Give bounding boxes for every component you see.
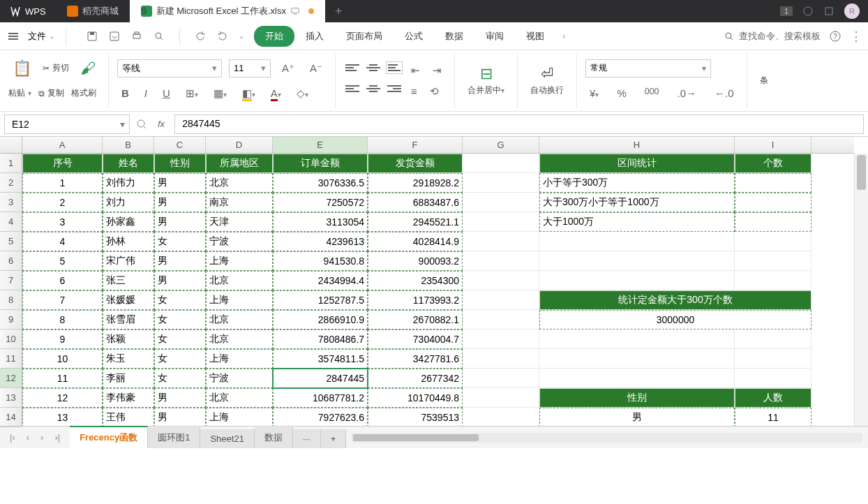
cell[interactable]	[463, 193, 539, 212]
cell[interactable]: 南京	[206, 193, 273, 212]
col-header-A[interactable]: A	[22, 137, 103, 153]
cell[interactable]: 男	[154, 388, 206, 408]
cell[interactable]: 男	[539, 408, 735, 426]
align-bottom-button[interactable]	[386, 61, 403, 74]
row-header-5[interactable]: 5	[0, 232, 22, 251]
cell[interactable]: 7	[22, 290, 103, 310]
cell[interactable]	[463, 154, 539, 173]
cell[interactable]: 宁波	[206, 369, 273, 388]
col-header-E[interactable]: E	[273, 137, 368, 153]
cell[interactable]	[463, 408, 539, 426]
cell[interactable]	[539, 329, 735, 349]
fx-icon[interactable]: fx	[154, 119, 169, 129]
cell[interactable]: 女	[154, 329, 206, 349]
name-box[interactable]: E12	[4, 114, 130, 134]
cell[interactable]: 上海	[206, 290, 273, 310]
cell[interactable]: 北京	[206, 329, 273, 349]
cell[interactable]: 孙家鑫	[103, 212, 154, 232]
cell[interactable]: 人数	[735, 388, 811, 408]
cell[interactable]	[735, 193, 811, 212]
col-header-F[interactable]: F	[368, 137, 463, 153]
scroll-thumb[interactable]	[857, 155, 866, 190]
cell-style-button[interactable]: ▦▾	[209, 84, 231, 103]
cell[interactable]: 男	[154, 173, 206, 193]
cell[interactable]: 900093.2	[368, 251, 463, 271]
font-name-select[interactable]: 等线	[117, 59, 222, 77]
cell[interactable]: 2677342	[368, 369, 463, 388]
cell[interactable]: 1252787.5	[273, 290, 368, 310]
cell[interactable]: 宋广伟	[103, 251, 154, 271]
row-header-13[interactable]: 13	[0, 388, 22, 408]
cell[interactable]	[539, 349, 735, 369]
decrease-decimal-button[interactable]: ←.0	[710, 84, 738, 102]
cell[interactable]: 3574811.5	[273, 349, 368, 369]
cell[interactable]	[735, 251, 811, 271]
cell[interactable]: 发货金额	[368, 154, 463, 173]
cell[interactable]: 10	[22, 349, 103, 369]
cell[interactable]: 孙林	[103, 232, 154, 251]
print-preview-icon[interactable]	[153, 30, 165, 43]
cell[interactable]: 天津	[206, 212, 273, 232]
copy-button[interactable]: ⧉ 复制	[38, 87, 64, 99]
cell[interactable]: 小于等于300万	[539, 173, 735, 193]
cell[interactable]	[735, 232, 811, 251]
cell[interactable]	[735, 173, 811, 193]
cell[interactable]: 3	[22, 212, 103, 232]
save-as-icon[interactable]	[108, 30, 121, 43]
paste-label[interactable]: 粘贴▾	[8, 87, 31, 99]
cell[interactable]: 所属地区	[206, 154, 273, 173]
cell[interactable]	[463, 310, 539, 329]
row-header-10[interactable]: 10	[0, 329, 22, 349]
cell[interactable]: 女	[154, 290, 206, 310]
cell[interactable]	[463, 290, 539, 310]
cell[interactable]	[463, 349, 539, 369]
cell[interactable]: 女	[154, 232, 206, 251]
tab-formula[interactable]: 公式	[394, 26, 434, 47]
cell[interactable]	[735, 271, 811, 290]
more-icon[interactable]: ⋮	[850, 29, 862, 44]
tab-layout[interactable]: 页面布局	[335, 26, 394, 47]
indent-right-button[interactable]: ⇥	[428, 61, 446, 80]
justify-button[interactable]: ≡	[407, 82, 421, 101]
tab-review[interactable]: 审阅	[474, 26, 515, 47]
cell[interactable]	[735, 212, 811, 232]
increase-font-icon[interactable]: A⁺	[278, 59, 299, 77]
cell[interactable]: 朱玉	[103, 349, 154, 369]
cell[interactable]: 2434994.4	[273, 271, 368, 290]
row-header-4[interactable]: 4	[0, 212, 22, 232]
col-header-D[interactable]: D	[206, 137, 273, 153]
col-header-C[interactable]: C	[154, 137, 206, 153]
increase-decimal-button[interactable]: .0→	[673, 84, 701, 102]
cell[interactable]	[463, 173, 539, 193]
row-header-7[interactable]: 7	[0, 271, 22, 290]
cell[interactable]: 男	[154, 193, 206, 212]
cell[interactable]: 11	[22, 369, 103, 388]
cell[interactable]: 2918928.2	[368, 173, 463, 193]
tab-spreadsheet[interactable]: S 新建 Microsoft Excel 工作表.xlsx	[130, 0, 325, 22]
underline-button[interactable]: U	[158, 84, 174, 102]
cell[interactable]: 7808486.7	[273, 329, 368, 349]
cell[interactable]: 3000000	[539, 310, 811, 329]
notification-badge[interactable]: 1	[780, 6, 793, 16]
font-color-button[interactable]: A▾	[267, 84, 285, 102]
help-icon[interactable]: ?	[829, 30, 841, 43]
italic-button[interactable]: I	[140, 84, 151, 102]
sheet-tab-data[interactable]: 数据	[255, 427, 293, 448]
format-painter-button[interactable]: 🖌	[76, 57, 100, 80]
number-format-select[interactable]: 常规	[585, 59, 711, 77]
undo-icon[interactable]	[194, 30, 207, 43]
bold-button[interactable]: B	[117, 84, 133, 102]
cell[interactable]: 张颖	[103, 329, 154, 349]
cell[interactable]: 北京	[206, 388, 273, 408]
cell[interactable]: 3113054	[273, 212, 368, 232]
percent-button[interactable]: %	[613, 84, 630, 102]
cell[interactable]: 10170449.8	[368, 388, 463, 408]
h-scroll-thumb[interactable]	[353, 434, 479, 441]
cell[interactable]	[735, 329, 811, 349]
cell[interactable]: 男	[154, 408, 206, 426]
tab-view[interactable]: 视图	[515, 26, 555, 47]
sheet-tab-frecency[interactable]: Frecency函数	[70, 426, 148, 448]
auto-wrap-button[interactable]: ⏎ 自动换行	[526, 62, 568, 99]
col-header-B[interactable]: B	[103, 137, 154, 153]
cell[interactable]: 刘力	[103, 193, 154, 212]
